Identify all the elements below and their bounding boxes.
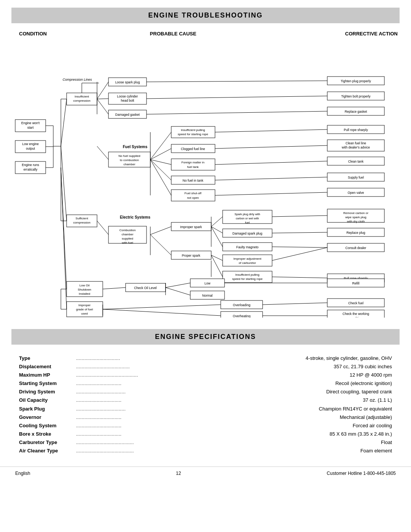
svg-text:Low engine: Low engine [22, 142, 39, 146]
spec-hp: Maximum HP .............................… [19, 371, 392, 379]
spec-carb-value: Float [381, 438, 392, 447]
spec-hp-value: 12 HP @ 4000 rpm [350, 371, 392, 379]
spec-governor-label: Governor [19, 413, 76, 422]
spec-bore-dots: ................................. [76, 430, 330, 438]
svg-text:Improper adjustment: Improper adjustment [233, 257, 261, 260]
svg-text:Loose cylinder: Loose cylinder [117, 94, 138, 98]
svg-text:fuel tank: fuel tank [187, 165, 199, 169]
svg-text:Overheating: Overheating [233, 314, 251, 318]
svg-text:Faulty magneto: Faulty magneto [236, 245, 259, 249]
spec-spark-value: Champion RN14YC or equivalent [319, 405, 392, 413]
svg-line-174 [103, 305, 221, 309]
svg-line-66 [97, 146, 108, 160]
spec-type-label: Type [19, 354, 76, 363]
svg-line-85 [215, 145, 327, 149]
svg-text:Consult dealer: Consult dealer [346, 246, 366, 250]
svg-text:Damaged gasket: Damaged gasket [115, 113, 140, 117]
svg-text:Foreign matter in: Foreign matter in [182, 161, 204, 164]
spec-oil-label: Oil Capacity [19, 396, 76, 404]
svg-line-67 [150, 132, 171, 160]
spec-cooling-label: Cooling System [19, 422, 76, 430]
spec-displacement-dots: ....................................... [76, 363, 334, 371]
svg-text:No fuel in tank: No fuel in tank [183, 179, 204, 182]
col-condition: CONDITION [19, 31, 47, 37]
spec-air: Air Cleaner Type .......................… [19, 447, 392, 455]
spec-displacement-label: Displacement [19, 363, 76, 371]
svg-text:with dry cloth: with dry cloth [347, 220, 365, 223]
spec-spark: Spark Plug .............................… [19, 405, 392, 413]
spec-oil-value: 37 oz. (1.1 L) [363, 396, 392, 404]
svg-line-177 [263, 303, 327, 305]
svg-text:Improper spark: Improper spark [180, 225, 202, 229]
spec-starting: Starting System ........................… [19, 379, 392, 388]
svg-text:Fuel shut-off: Fuel shut-off [185, 192, 202, 195]
spec-displacement: Displacement ...........................… [19, 363, 392, 371]
svg-line-101 [150, 235, 171, 255]
spec-driving: Driving System .........................… [19, 388, 392, 396]
svg-text:Sufficient: Sufficient [76, 217, 89, 220]
spec-cooling-value: Forced air cooling [353, 422, 392, 430]
svg-text:Clogged fuel line: Clogged fuel line [181, 147, 205, 151]
svg-line-162 [61, 168, 67, 309]
svg-text:Shutdown: Shutdown [78, 288, 91, 291]
svg-text:Engine runs: Engine runs [22, 163, 39, 167]
svg-line-68 [150, 149, 171, 160]
svg-text:Refill: Refill [352, 281, 360, 285]
spec-displacement-value: 357 cc, 21.79 cubic inches [334, 363, 392, 371]
svg-text:Installed: Installed [79, 292, 90, 296]
svg-text:to combustion: to combustion [120, 158, 139, 162]
spec-driving-dots: .................................... [76, 388, 326, 396]
footer: English 12 Customer Hotline 1-800-445-18… [0, 466, 411, 480]
svg-text:Check the working: Check the working [342, 312, 369, 316]
svg-line-47 [147, 111, 327, 114]
svg-text:Clean fuel line: Clean fuel line [346, 141, 366, 145]
svg-line-35 [97, 82, 108, 99]
svg-line-136 [272, 247, 327, 248]
spec-hp-label: Maximum HP [19, 371, 76, 379]
spec-governor-value: Mechanical (adjustable) [340, 413, 392, 422]
svg-line-134 [272, 216, 327, 217]
spec-bore-label: Bore x Stroke [19, 430, 76, 438]
svg-text:Replace gasket: Replace gasket [345, 110, 367, 113]
svg-text:Improper: Improper [78, 304, 91, 307]
svg-line-135 [272, 232, 327, 233]
svg-text:Compression Lines: Compression Lines [62, 78, 92, 81]
svg-line-121 [211, 255, 223, 260]
svg-text:Low Oil: Low Oil [80, 284, 90, 287]
svg-text:speed for starting rope: speed for starting rope [178, 133, 209, 136]
svg-text:Replace plug: Replace plug [346, 231, 365, 235]
spec-starting-value: Recoil (electronic ignition) [335, 379, 392, 388]
svg-text:compression: compression [73, 221, 90, 224]
spec-governor: Governor ...............................… [19, 413, 392, 422]
spec-type-dots: ................................ [76, 354, 306, 363]
svg-text:Combustion: Combustion [119, 228, 136, 232]
spec-air-value: Foam element [360, 447, 392, 455]
svg-text:Fuel Systems: Fuel Systems [123, 145, 148, 149]
svg-text:not open: not open [187, 196, 199, 200]
spec-starting-dots: ................................. [76, 379, 335, 388]
col-corrective-action: CORRECTIVE ACTION [345, 31, 398, 37]
svg-text:chamber: chamber [121, 233, 133, 236]
spec-driving-label: Driving System [19, 388, 76, 396]
svg-line-138 [272, 248, 327, 260]
svg-line-71 [150, 160, 171, 195]
svg-line-69 [150, 160, 171, 165]
svg-line-37 [97, 99, 108, 114]
svg-text:Tighten plug properly: Tighten plug properly [341, 79, 371, 83]
svg-line-154 [166, 283, 190, 288]
svg-line-46 [147, 96, 327, 99]
svg-line-153 [103, 288, 126, 289]
spec-starting-label: Starting System [19, 379, 76, 388]
svg-text:output: output [26, 147, 35, 150]
svg-line-155 [166, 288, 190, 295]
svg-text:compression: compression [73, 99, 90, 102]
svg-text:Low: Low [204, 281, 210, 285]
svg-text:Supply fuel: Supply fuel [348, 176, 364, 179]
svg-text:Insufficient pulling: Insufficient pulling [181, 128, 205, 132]
svg-text:used: used [81, 312, 88, 315]
svg-text:Damaged spark plug: Damaged spark plug [233, 232, 263, 235]
svg-text:Proper spark: Proper spark [182, 254, 201, 257]
svg-line-175 [103, 309, 221, 316]
svg-text:with fuel: with fuel [121, 241, 133, 244]
spec-oil-dots: ................................. [76, 396, 363, 404]
